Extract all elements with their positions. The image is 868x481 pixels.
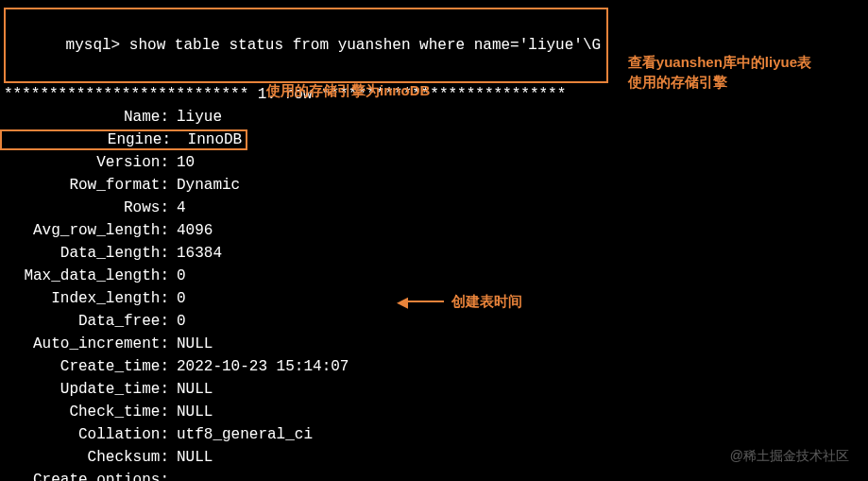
field-label: Engine:	[6, 129, 171, 151]
field-row: Index_length:0	[4, 287, 864, 310]
field-row: Data_length:16384	[4, 242, 864, 265]
field-value: NULL	[177, 401, 213, 423]
field-label: Create_options:	[4, 469, 169, 481]
sql-command: show table status from yuanshen where na…	[129, 37, 601, 54]
field-row: Name:liyue	[4, 106, 864, 129]
field-row: Create_options:	[4, 469, 864, 481]
field-value: InnoDB	[188, 129, 243, 151]
field-label: Index_length:	[4, 287, 169, 310]
field-value: NULL	[177, 333, 213, 355]
field-value: 10	[177, 151, 195, 174]
field-value: NULL	[177, 378, 213, 401]
field-value: NULL	[177, 446, 213, 469]
field-row: Update_time:NULL	[4, 378, 864, 401]
field-value: 0	[177, 265, 186, 287]
field-label: Collation:	[4, 423, 169, 446]
field-row: Avg_row_length:4096	[4, 219, 864, 242]
field-row: Rows:4	[4, 197, 864, 219]
field-label: Update_time:	[4, 378, 169, 401]
field-value: liyue	[177, 106, 222, 129]
field-row: Row_format:Dynamic	[4, 174, 864, 197]
watermark: @稀土掘金技术社区	[730, 446, 849, 466]
field-value: 4	[177, 197, 186, 219]
fields-list: Name:liyueEngine: InnoDBVersion:10Row_fo…	[4, 106, 864, 481]
highlighted-field: Engine: InnoDB	[0, 129, 247, 150]
field-label: Rows:	[4, 197, 169, 219]
field-row: Collation:utf8_general_ci	[4, 423, 864, 446]
annotation-engine-innodb: 使用的存储引擎为innoDB	[266, 80, 430, 100]
field-label: Version:	[4, 151, 169, 174]
field-label: Create_time:	[4, 355, 169, 378]
field-label: Avg_row_length:	[4, 219, 169, 242]
field-label: Data_free:	[4, 310, 169, 333]
field-value: 2022-10-23 15:14:07	[177, 355, 349, 378]
arrow-line	[408, 301, 444, 302]
field-label: Name:	[4, 106, 169, 129]
field-row: Engine: InnoDB	[4, 129, 864, 151]
field-label: Auto_increment:	[4, 333, 169, 355]
field-label: Data_length:	[4, 242, 169, 265]
annotation-create-time: 创建表时间	[451, 291, 522, 311]
field-label: Row_format:	[4, 174, 169, 197]
field-value: Dynamic	[177, 174, 240, 197]
field-value: utf8_general_ci	[177, 423, 313, 446]
field-row: Version:10	[4, 151, 864, 174]
field-row: Check_time:NULL	[4, 401, 864, 423]
field-row: Max_data_length:0	[4, 265, 864, 287]
field-value: 16384	[177, 242, 222, 265]
field-label: Checksum:	[4, 446, 169, 469]
arrow-left-icon: ◀	[397, 289, 408, 318]
field-row: Data_free:0	[4, 310, 864, 333]
field-label: Max_data_length:	[4, 265, 169, 287]
annotation-check-engine: 查看yuanshen库中的liyue表 使用的存储引擎	[628, 52, 811, 92]
field-row: Create_time:2022-10-23 15:14:07	[4, 355, 864, 378]
field-value: 0	[177, 287, 186, 310]
field-value: 0	[177, 310, 186, 333]
field-row: Auto_increment:NULL	[4, 333, 864, 355]
field-label: Check_time:	[4, 401, 169, 423]
prompt: mysql>	[66, 37, 121, 54]
field-value: 4096	[177, 219, 213, 242]
